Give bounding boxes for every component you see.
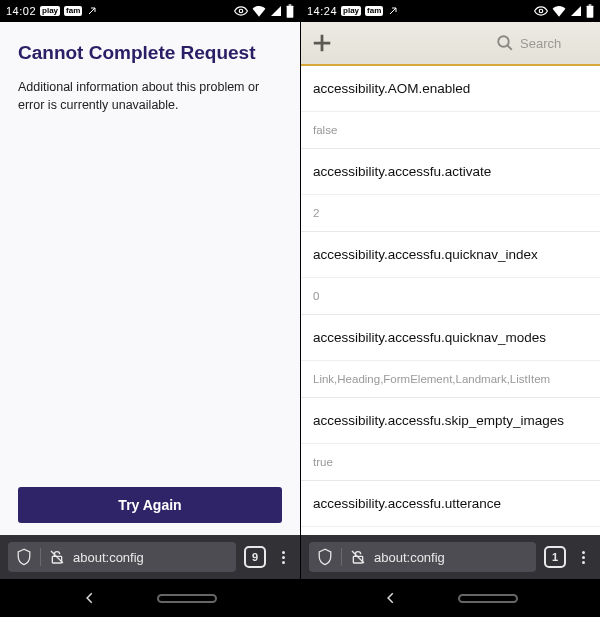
try-again-button[interactable]: Try Again (18, 487, 282, 523)
signal-icon (570, 5, 582, 17)
svg-rect-5 (587, 6, 594, 18)
signal-icon (270, 5, 282, 17)
pref-value: true (301, 443, 600, 480)
pref-value: Link,Heading,FormElement,Landmark,ListIt… (301, 360, 600, 397)
shield-icon (16, 548, 32, 566)
browser-chrome: about:config 1 (301, 535, 600, 579)
wifi-icon (252, 5, 266, 17)
pref-value: 0 (301, 277, 600, 314)
lock-off-icon (49, 549, 65, 565)
system-nav-bar (301, 579, 600, 617)
pref-value: 1 (301, 526, 600, 535)
pref-name[interactable]: accessibility.accessfu.quicknav_modes (301, 314, 600, 360)
url-text: about:config (374, 550, 445, 565)
error-body: Additional information about this proble… (18, 78, 282, 114)
back-button[interactable] (384, 591, 398, 605)
cast-icon (387, 5, 399, 17)
battery-icon (586, 4, 594, 18)
svg-rect-6 (589, 4, 592, 5)
menu-button[interactable] (574, 551, 592, 564)
pref-name[interactable]: accessibility.accessfu.quicknav_index (301, 231, 600, 277)
url-text: about:config (73, 550, 144, 565)
status-badge-icon: fam (64, 6, 82, 16)
config-toolbar (301, 22, 600, 66)
search-icon (496, 34, 514, 52)
address-bar[interactable]: about:config (8, 542, 236, 572)
svg-rect-2 (289, 4, 292, 5)
status-badge-icon: fam (365, 6, 383, 16)
pref-list[interactable]: accessibility.AOM.enabled false accessib… (301, 66, 600, 535)
system-nav-bar (0, 579, 300, 617)
page-title: Cannot Complete Request (18, 42, 282, 64)
wifi-icon (552, 5, 566, 17)
battery-icon (286, 4, 294, 18)
pref-name[interactable]: accessibility.AOM.enabled (301, 66, 600, 111)
add-pref-button[interactable] (311, 32, 333, 54)
phone-left: 14:02 play fam Cannot Complete Request A… (0, 0, 300, 617)
browser-chrome: about:config 9 (0, 535, 300, 579)
home-pill[interactable] (458, 594, 518, 603)
home-pill[interactable] (157, 594, 217, 603)
svg-rect-1 (287, 6, 294, 18)
clock: 14:24 (307, 5, 337, 17)
lock-off-icon (350, 549, 366, 565)
back-button[interactable] (83, 591, 97, 605)
eye-icon (534, 6, 548, 16)
phone-right: 14:24 play fam accessibility.AOM.enabled… (300, 0, 600, 617)
search-wrap (496, 34, 590, 52)
address-bar[interactable]: about:config (309, 542, 536, 572)
status-bar: 14:24 play fam (301, 0, 600, 22)
status-badge-icon: play (341, 6, 361, 16)
pref-name[interactable]: accessibility.accessfu.skip_empty_images (301, 397, 600, 443)
tab-count-button[interactable]: 1 (544, 546, 566, 568)
eye-icon (234, 6, 248, 16)
svg-point-7 (498, 36, 509, 47)
pref-value: 2 (301, 194, 600, 231)
status-bar: 14:02 play fam (0, 0, 300, 22)
error-page: Cannot Complete Request Additional infor… (0, 22, 300, 535)
search-input[interactable] (520, 36, 590, 51)
svg-point-4 (539, 9, 543, 13)
tab-count-button[interactable]: 9 (244, 546, 266, 568)
menu-button[interactable] (274, 551, 292, 564)
svg-point-0 (239, 9, 243, 13)
pref-name[interactable]: accessibility.accessfu.activate (301, 148, 600, 194)
clock: 14:02 (6, 5, 36, 17)
status-badge-icon: play (40, 6, 60, 16)
cast-icon (86, 5, 98, 17)
pref-value: false (301, 111, 600, 148)
pref-name[interactable]: accessibility.accessfu.utterance (301, 480, 600, 526)
shield-icon (317, 548, 333, 566)
